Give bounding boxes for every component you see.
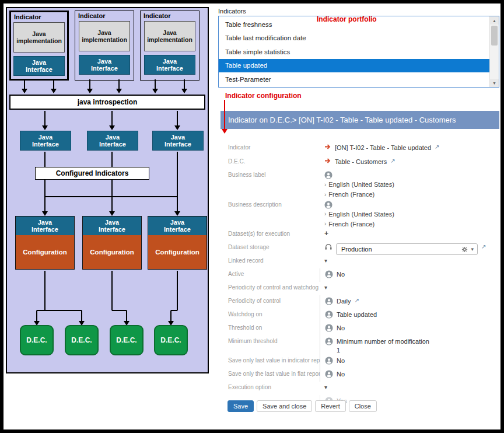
field-row-watchdog-on: Watchdog on Table updated [220,309,499,322]
field-row-datasets-for-execution: Dataset(s) for execution + [220,228,499,242]
expander-icon[interactable]: › [324,220,326,228]
record-open-icon[interactable] [324,158,331,164]
field-row-save-last-flat-reporting: Save only the last value in flat reporti… [220,368,499,382]
section-label: Linked record [220,255,320,268]
field-value-lines: Minimum number of modification 1 [337,337,429,355]
scroll-down-icon[interactable]: ▼ [490,79,499,87]
configured-indicators-label: Configured Indicators [35,167,149,180]
dataset-storage-combobox[interactable]: Production ▾ [336,243,478,255]
section-toggle: ▾ [320,282,499,295]
field-label: Indicator [220,142,320,156]
field-label: Dataset storage [220,242,320,255]
list-item[interactable]: Table simple statistics [219,45,489,59]
field-value-text[interactable]: Table - Customers [335,158,387,166]
field-label: Threshold on [220,322,320,336]
indicator-group-title: Indicator [11,13,67,20]
section-row-linked-record: Linked record ▾ [220,255,499,268]
scrollbar[interactable]: ▲ ▼ [489,16,499,87]
user-permission-icon [325,270,333,278]
caret-down-icon[interactable]: ▾ [471,246,474,253]
section-label: Periodicity of control and watchdog [220,282,320,295]
java-interface-box: Java Interface [152,131,204,151]
headset-icon [324,243,332,250]
language-line: ›French (France) [324,220,374,229]
field-value-text: No [337,270,345,279]
section-toggle: ▾ [320,255,499,268]
external-link-icon[interactable]: ↗ [435,144,439,150]
external-link-icon[interactable]: ↗ [390,158,395,164]
save-and-close-button[interactable]: Save and close [257,400,312,412]
configured-indicator-box: Java Interface Configuration [82,216,142,270]
field-label: Watchdog on [220,309,320,322]
configured-indicator-box: Java Interface Configuration [15,216,75,270]
user-permission-icon [325,324,333,332]
indicators-list: Table freshness Table last modification … [219,18,489,86]
field-row-save-last-indicator-report: Save only last value in indicator report… [220,355,499,368]
chevron-down-icon[interactable]: ▾ [324,257,327,265]
field-row-threshold-on: Threshold on No [220,322,499,336]
field-row-business-description: Business description ›English (United St… [220,199,499,229]
configuration-box: Configuration [16,235,74,269]
field-value-text: No [337,357,345,365]
field-value-text[interactable]: Daily [337,297,351,306]
configuration-box: Configuration [83,235,141,269]
field-value: Daily ↗ [320,295,499,309]
java-introspection-bar: java introspection [9,95,205,110]
list-item[interactable]: Table last modification date [219,32,489,46]
field-label: Periodicity of control [220,295,320,309]
expander-icon[interactable]: › [324,181,326,189]
indicator-group: Indicator Java implementation Java Inter… [75,11,134,81]
dec-box: D.E.C. [110,325,144,355]
field-label: Save only last value in indicator report… [220,355,320,368]
gear-icon[interactable] [461,246,468,253]
java-implementation-box: Java implementation [79,21,130,51]
field-label: Save only the last value in flat reporti… [220,368,320,382]
user-permission-icon [325,297,333,305]
external-link-icon[interactable]: ↗ [481,243,486,250]
language-line: ›French (France) [324,190,374,199]
chevron-down-icon[interactable]: ▾ [324,284,327,292]
screenshot-page: Indicator Java implementation Java Inter… [0,0,504,433]
field-value: No [320,268,499,282]
dec-box: D.E.C. [154,325,188,355]
field-value: Table updated [320,309,499,322]
java-interface-box: Java Interface [87,131,138,151]
external-link-icon[interactable]: ↗ [354,297,359,303]
field-value-text: No [337,370,345,379]
section-toggle: ▾ [320,382,499,395]
chevron-down-icon[interactable]: ▾ [324,383,327,392]
revert-button[interactable]: Revert [315,400,345,412]
annotation-indicator-configuration: Indicator configuration [225,92,302,100]
save-button[interactable]: Save [228,400,254,412]
dec-box: D.E.C. [65,325,99,355]
field-value: + [320,228,499,242]
list-item[interactable]: Test-Parameter [219,72,489,86]
field-row-active: Active No [220,268,499,282]
plus-icon[interactable]: + [324,230,328,237]
field-row-dataset-storage: Dataset storage Production ▾ ↗ [220,242,499,255]
field-label: Active [220,268,320,282]
field-value-text[interactable]: [ON] T-I02 - Table - Table updated [335,144,431,152]
java-interface-box: Java Interface [20,131,71,151]
list-item-selected[interactable]: Table updated [219,59,489,73]
annotation-arrow [224,100,225,129]
language-label: English (United States) [328,180,394,189]
record-open-icon[interactable] [324,144,331,150]
field-value: No [320,355,499,368]
field-value: Production ▾ ↗ [320,242,499,255]
java-interface-box: Java Interface [79,55,130,75]
indicator-group-title: Indicator [141,12,199,19]
expander-icon[interactable]: › [324,210,326,218]
field-value-number: 1 [337,346,429,355]
field-label: Business description [220,199,320,229]
expander-icon[interactable]: › [324,191,326,199]
field-row-minimum-threshold: Minimum threshold Minimum number of modi… [220,336,499,355]
scrollbar-thumb[interactable] [491,26,498,46]
indicator-group: Indicator Java implementation Java Inter… [9,11,69,81]
close-button[interactable]: Close [349,400,377,412]
language-label: English (United States) [328,210,394,219]
scroll-up-icon[interactable]: ▲ [490,16,499,25]
user-permission-icon [325,370,333,378]
diagram-panel: Indicator Java implementation Java Inter… [6,7,209,373]
field-value-text: Minimum number of modification [337,337,429,346]
